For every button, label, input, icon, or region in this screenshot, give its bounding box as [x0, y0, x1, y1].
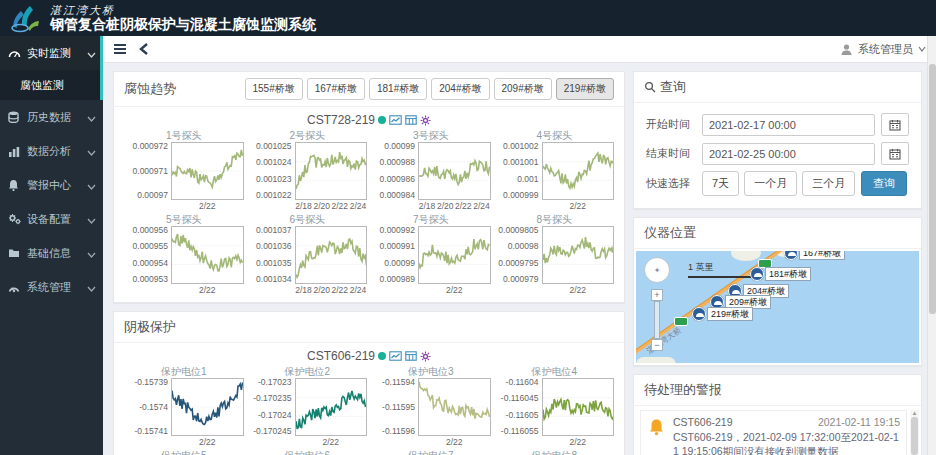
cathodic-chart-1: 保护电位1-0.15739-0.1574-0.157412/22	[122, 364, 246, 448]
chart-plot[interactable]	[171, 226, 244, 284]
page-scrollbar-thumb[interactable]	[929, 64, 936, 314]
table-icon[interactable]	[405, 115, 417, 125]
corrosion-chart-1: 1号探头0.0009720.0009710.000972/22	[122, 128, 246, 212]
zoom-out-button[interactable]: −	[651, 339, 663, 351]
sidebar-item-2[interactable]: 历史数据	[0, 100, 103, 134]
y-tick: 0.000955	[133, 242, 168, 251]
scroll-up-icon[interactable]: ▲	[912, 410, 918, 416]
quick-range-button-一个月[interactable]: 一个月	[744, 171, 797, 196]
map-marker-219#桥墩[interactable]: 219#桥墩	[692, 307, 753, 321]
x-axis-labels: 2/22	[171, 284, 244, 295]
pier-button-167#桥墩[interactable]: 167#桥墩	[307, 78, 365, 100]
chart-plot[interactable]	[295, 226, 368, 284]
start-calendar-button[interactable]	[881, 113, 909, 136]
chart-plot[interactable]	[295, 142, 368, 200]
sidebar-subitem-腐蚀监测[interactable]: 腐蚀监测	[0, 70, 103, 100]
pier-button-group: 155#桥墩167#桥墩181#桥墩204#桥墩209#桥墩219#桥墩	[245, 78, 615, 100]
x-axis-labels: 2/22	[542, 436, 615, 447]
map-scale-label: 1 英里	[688, 262, 714, 272]
y-tick: 0.000986	[380, 175, 415, 184]
sidebar-item-7[interactable]: 系统管理	[0, 270, 103, 304]
chart-plot[interactable]	[542, 142, 615, 200]
x-axis-labels: 2/22	[171, 200, 244, 211]
cathodic-chart-3: 保护电位3-0.11594-0.11595-0.115962/22	[369, 364, 493, 448]
query-panel-title: 查询	[660, 78, 686, 96]
sidebar-item-label: 警报中心	[27, 178, 87, 193]
sidebar-item-label: 实时监测	[27, 46, 87, 61]
y-tick: 0.000984	[380, 191, 415, 200]
map-marker-181#桥墩[interactable]: 181#桥墩	[750, 267, 811, 281]
x-axis-labels: 2/22	[171, 436, 244, 447]
map-compass-control[interactable]: ✦	[644, 257, 670, 283]
x-tick: 2/22	[322, 437, 339, 447]
sidebar-item-3[interactable]: 数据分析	[0, 134, 103, 168]
y-tick: 0.000953	[133, 275, 168, 284]
y-axis-labels: 0.0010250.0010240.0010230.001022	[248, 142, 295, 200]
map-marker-167#桥墩[interactable]: 167#桥墩	[784, 251, 845, 260]
zoom-in-button[interactable]: +	[651, 289, 663, 301]
y-tick: 0.001	[517, 175, 538, 184]
line-chart-icon[interactable]	[389, 351, 402, 361]
map-island	[731, 251, 761, 261]
y-axis-labels: -0.11594-0.11595-0.11596	[371, 378, 418, 436]
page-scrollbar[interactable]	[927, 36, 936, 455]
y-tick: 0.000999	[503, 191, 538, 200]
chevron-down-icon	[87, 214, 97, 224]
marker-label: 181#桥墩	[765, 267, 811, 281]
alert-item-1: CST606-2192021-02-11 19:15CST606-219，202…	[640, 410, 907, 455]
scrollbar-thumb[interactable]	[911, 417, 918, 455]
x-tick: 2/20	[313, 285, 330, 295]
sidebar-item-5[interactable]: 设备配置	[0, 202, 103, 236]
sidebar-item-1[interactable]: 实时监测	[0, 36, 103, 70]
start-time-label: 开始时间	[646, 117, 696, 132]
pier-button-204#桥墩[interactable]: 204#桥墩	[431, 78, 489, 100]
quick-range-button-7天[interactable]: 7天	[702, 171, 739, 196]
end-time-input[interactable]	[702, 143, 875, 165]
alerts-scrollbar[interactable]: ▲ ▼	[910, 410, 919, 455]
y-tick: -0.11596	[382, 427, 415, 436]
cathodic-protection-panel: 阴极保护 CST606-219 保护电位1-0.15739-0.1574-0.1…	[113, 311, 625, 455]
chart-plot[interactable]	[295, 378, 368, 436]
y-tick: 0.00097	[137, 191, 168, 200]
quick-range-button-三个月[interactable]: 三个月	[802, 171, 855, 196]
line-chart-icon[interactable]	[389, 115, 402, 125]
cathodic-chart-5: 保护电位5-0.16385-0.163855-0.163862/22	[122, 448, 246, 455]
back-chevron-icon[interactable]	[139, 43, 149, 55]
sidebar-item-4[interactable]: 警报中心	[0, 168, 103, 202]
sidebar-item-label: 基础信息	[27, 246, 87, 261]
gear-icon[interactable]	[420, 351, 431, 362]
instrument-map[interactable]: 湛江湾大桥 ✦ + − 1 英里 167#桥墩181#桥墩204	[636, 251, 919, 363]
search-button[interactable]: 查询	[861, 171, 907, 196]
x-axis-labels: 2/22	[542, 200, 615, 211]
start-time-input[interactable]	[702, 114, 875, 136]
calendar-icon	[889, 148, 901, 160]
pier-button-181#桥墩[interactable]: 181#桥墩	[369, 78, 427, 100]
chart-plot[interactable]	[171, 378, 244, 436]
y-tick: 0.000988	[380, 158, 415, 167]
map-zoom-control: + −	[651, 289, 663, 351]
y-tick: 0.001025	[256, 142, 291, 151]
y-tick: -0.116045	[501, 394, 539, 403]
corrosion-chart-grid: 1号探头0.0009720.0009710.000972/222号探头0.001…	[122, 128, 616, 296]
chart-plot[interactable]	[418, 378, 491, 436]
corrosion-chart-3: 3号探头0.000990.0009880.0009860.0009842/182…	[369, 128, 493, 212]
x-tick: 2/22	[569, 285, 586, 295]
chart-plot[interactable]	[171, 142, 244, 200]
corrosion-trend-panel: 腐蚀趋势 155#桥墩167#桥墩181#桥墩204#桥墩209#桥墩219#桥…	[113, 71, 625, 303]
chart-plot[interactable]	[418, 226, 491, 284]
chart-plot[interactable]	[542, 226, 615, 284]
chart-plot[interactable]	[418, 142, 491, 200]
pier-button-209#桥墩[interactable]: 209#桥墩	[494, 78, 552, 100]
end-calendar-button[interactable]	[881, 142, 909, 165]
gear-icon[interactable]	[420, 115, 431, 126]
pier-button-219#桥墩[interactable]: 219#桥墩	[556, 78, 614, 100]
zoom-slider[interactable]	[654, 301, 660, 339]
folder-icon	[8, 247, 22, 259]
hamburger-menu-icon[interactable]	[113, 43, 127, 55]
table-icon[interactable]	[405, 351, 417, 361]
pier-button-155#桥墩[interactable]: 155#桥墩	[245, 78, 303, 100]
chart-plot[interactable]	[542, 378, 615, 436]
user-menu[interactable]: 系统管理员	[840, 42, 926, 57]
gears-icon	[8, 213, 22, 225]
sidebar-item-6[interactable]: 基础信息	[0, 236, 103, 270]
